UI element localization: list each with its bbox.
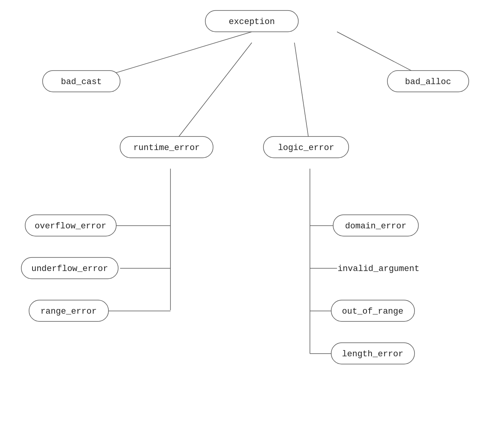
bad-alloc-label: bad_alloc <box>405 77 451 87</box>
runtime-error-label: runtime_error <box>133 143 200 153</box>
length-error-label: length_error <box>342 349 403 359</box>
exception-label: exception <box>229 17 275 27</box>
invalid-argument-label: invalid_argument <box>337 264 419 274</box>
svg-line-1 <box>170 43 252 147</box>
logic-error-label: logic_error <box>278 143 334 153</box>
overflow-error-label: overflow_error <box>35 221 107 231</box>
underflow-error-label: underflow_error <box>31 264 108 274</box>
out-of-range-label: out_of_range <box>342 307 403 316</box>
range-error-label: range_error <box>40 307 96 316</box>
bad-cast-label: bad_cast <box>61 77 102 87</box>
svg-line-2 <box>294 43 310 147</box>
domain-error-label: domain_error <box>345 221 406 231</box>
